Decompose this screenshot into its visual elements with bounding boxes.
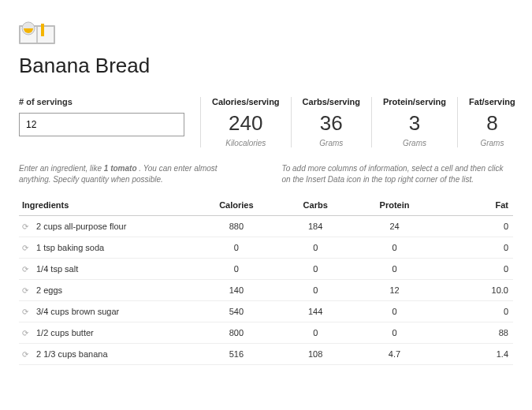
ingredient-name: 3/4 cups brown sugar xyxy=(36,307,119,316)
food-item-icon: ⟳ xyxy=(22,350,32,359)
summary-row: # of servings Calories/serving 240 Kiloc… xyxy=(19,97,513,147)
hint-bold: 1 tomato xyxy=(104,164,137,173)
cell-carbs[interactable]: 108 xyxy=(276,344,355,365)
servings-input[interactable] xyxy=(19,113,184,136)
cell-carbs[interactable]: 0 xyxy=(276,259,355,280)
ingredient-name: 2 1/3 cups banana xyxy=(36,349,108,359)
cell-calories[interactable]: 800 xyxy=(197,322,276,344)
cell-protein[interactable]: 0 xyxy=(355,322,433,344)
stat-carbs: Carbs/serving 36 Grams xyxy=(291,97,371,147)
cell-ingredient[interactable]: ⟳2 eggs xyxy=(19,280,197,301)
stat-label: Protein/serving xyxy=(383,97,446,106)
cell-carbs[interactable]: 0 xyxy=(276,322,355,344)
table-row[interactable]: ⟳1/4 tsp salt0000 xyxy=(19,259,513,280)
ingredient-name: 1 tsp baking soda xyxy=(36,243,104,252)
stat-unit: Grams xyxy=(303,139,360,147)
cell-protein[interactable]: 4.7 xyxy=(355,344,433,365)
recipe-title: Banana Bread xyxy=(19,54,513,78)
servings-label: # of servings xyxy=(19,97,184,106)
cell-carbs[interactable]: 0 xyxy=(276,237,355,259)
hint-text: Enter an ingredient, like xyxy=(19,164,104,173)
ingredient-name: 1/2 cups butter xyxy=(36,328,94,337)
col-carbs: Carbs xyxy=(276,195,355,216)
stat-unit: Grams xyxy=(383,139,446,147)
cell-calories[interactable]: 516 xyxy=(197,344,276,365)
table-row[interactable]: ⟳1 tsp baking soda0000 xyxy=(19,237,513,259)
cell-fat[interactable]: 0 xyxy=(434,301,513,322)
cell-calories[interactable]: 0 xyxy=(197,259,276,280)
stat-label: Carbs/serving xyxy=(303,97,360,106)
cell-ingredient[interactable]: ⟳3/4 cups brown sugar xyxy=(19,301,197,322)
recipe-book-icon xyxy=(19,17,55,46)
cell-protein[interactable]: 0 xyxy=(355,237,433,259)
col-fat: Fat xyxy=(434,195,513,216)
hint-right: To add more columns of information, sele… xyxy=(282,163,514,185)
table-row[interactable]: ⟳2 eggs14001210.0 xyxy=(19,280,513,301)
cell-ingredient[interactable]: ⟳1/2 cups butter xyxy=(19,322,197,344)
ingredient-name: 2 cups all-purpose flour xyxy=(36,222,126,231)
col-calories: Calories xyxy=(197,195,276,216)
food-item-icon: ⟳ xyxy=(22,329,32,337)
cell-protein[interactable]: 0 xyxy=(355,259,433,280)
table-header-row: Ingredients Calories Carbs Protein Fat xyxy=(19,195,513,216)
cell-ingredient[interactable]: ⟳2 cups all-purpose flour xyxy=(19,216,197,237)
table-row[interactable]: ⟳1/2 cups butter8000088 xyxy=(19,322,513,344)
food-item-icon: ⟳ xyxy=(22,244,32,252)
food-item-icon: ⟳ xyxy=(22,308,32,316)
cell-ingredient[interactable]: ⟳1 tsp baking soda xyxy=(19,237,197,259)
cell-ingredient[interactable]: ⟳1/4 tsp salt xyxy=(19,259,197,280)
stat-value: 240 xyxy=(212,111,280,136)
cell-calories[interactable]: 0 xyxy=(197,237,276,259)
ingredient-name: 1/4 tsp salt xyxy=(36,264,78,274)
cell-calories[interactable]: 140 xyxy=(197,280,276,301)
table-row[interactable]: ⟳2 1/3 cups banana5161084.71.4 xyxy=(19,344,513,365)
cell-calories[interactable]: 880 xyxy=(197,216,276,237)
table-row[interactable]: ⟳3/4 cups brown sugar54014400 xyxy=(19,301,513,322)
ingredients-table[interactable]: Ingredients Calories Carbs Protein Fat ⟳… xyxy=(19,195,513,365)
svg-rect-3 xyxy=(41,24,44,36)
food-item-icon: ⟳ xyxy=(22,222,32,231)
stat-protein: Protein/serving 3 Grams xyxy=(371,97,457,147)
cell-protein[interactable]: 0 xyxy=(355,301,433,322)
cell-carbs[interactable]: 144 xyxy=(276,301,355,322)
cell-fat[interactable]: 0 xyxy=(434,237,513,259)
cell-calories[interactable]: 540 xyxy=(197,301,276,322)
stat-unit: Grams xyxy=(469,139,515,147)
cell-fat[interactable]: 10.0 xyxy=(434,280,513,301)
food-item-icon: ⟳ xyxy=(22,286,32,295)
stat-label: Calories/serving xyxy=(212,97,280,106)
table-row[interactable]: ⟳2 cups all-purpose flour880184240 xyxy=(19,216,513,237)
stat-fat: Fat/serving 8 Grams xyxy=(457,97,526,147)
cell-fat[interactable]: 0 xyxy=(434,216,513,237)
stat-value: 8 xyxy=(469,111,515,136)
cell-protein[interactable]: 12 xyxy=(355,280,433,301)
col-ingredients: Ingredients xyxy=(19,195,197,216)
cell-fat[interactable]: 88 xyxy=(434,322,513,344)
cell-ingredient[interactable]: ⟳2 1/3 cups banana xyxy=(19,344,197,365)
stat-unit: Kilocalories xyxy=(212,139,280,147)
hint-left: Enter an ingredient, like 1 tomato . You… xyxy=(19,163,251,185)
stat-label: Fat/serving xyxy=(469,97,515,106)
ingredient-name: 2 eggs xyxy=(36,285,62,295)
cell-carbs[interactable]: 184 xyxy=(276,216,355,237)
stat-value: 3 xyxy=(383,111,446,136)
svg-rect-2 xyxy=(36,27,38,43)
stat-value: 36 xyxy=(303,111,360,136)
cell-carbs[interactable]: 0 xyxy=(276,280,355,301)
hints-row: Enter an ingredient, like 1 tomato . You… xyxy=(19,163,513,185)
cell-fat[interactable]: 1.4 xyxy=(434,344,513,365)
col-protein: Protein xyxy=(355,195,433,216)
cell-fat[interactable]: 0 xyxy=(434,259,513,280)
cell-protein[interactable]: 24 xyxy=(355,216,433,237)
stat-calories: Calories/serving 240 Kilocalories xyxy=(200,97,291,147)
food-item-icon: ⟳ xyxy=(22,265,32,274)
